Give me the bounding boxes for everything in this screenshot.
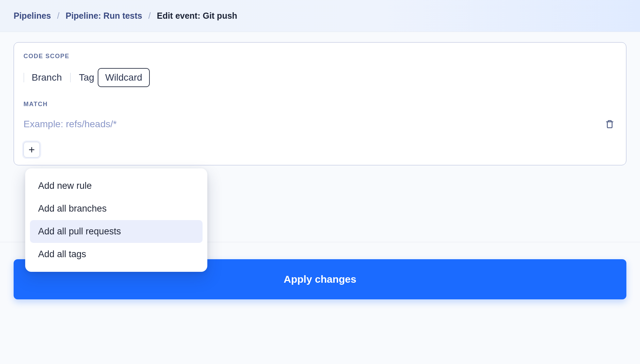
add-rule-button[interactable]: + xyxy=(23,142,40,158)
breadcrumb-pipeline-run-tests[interactable]: Pipeline: Run tests xyxy=(66,11,142,21)
trash-icon xyxy=(605,119,614,129)
code-scope-label: CODE SCOPE xyxy=(23,53,617,60)
main-content: CODE SCOPE Branch Tag Wildcard MATCH xyxy=(0,32,640,169)
tab-branch[interactable]: Branch xyxy=(30,69,64,86)
tab-divider xyxy=(70,73,71,82)
delete-rule-button[interactable] xyxy=(603,117,617,131)
header: Pipelines / Pipeline: Run tests / Edit e… xyxy=(0,0,640,32)
dropdown-item-add-all-pull-requests[interactable]: Add all pull requests xyxy=(30,220,203,243)
dropdown-item-add-new-rule[interactable]: Add new rule xyxy=(30,175,203,197)
breadcrumb-separator: / xyxy=(57,11,60,21)
add-rule-wrapper: + xyxy=(23,142,617,158)
breadcrumb-pipelines[interactable]: Pipelines xyxy=(14,11,51,21)
breadcrumb-separator: / xyxy=(148,11,151,21)
breadcrumbs: Pipelines / Pipeline: Run tests / Edit e… xyxy=(14,11,626,21)
plus-icon: + xyxy=(29,144,35,156)
add-rule-dropdown: Add new rule Add all branches Add all pu… xyxy=(25,168,207,272)
tab-tag[interactable]: Tag xyxy=(77,69,96,86)
match-label: MATCH xyxy=(23,101,617,108)
tab-divider xyxy=(23,73,24,82)
code-scope-panel: CODE SCOPE Branch Tag Wildcard MATCH xyxy=(14,42,626,165)
dropdown-item-add-all-tags[interactable]: Add all tags xyxy=(30,243,203,266)
scope-tabs: Branch Tag Wildcard xyxy=(23,68,617,87)
breadcrumb-current: Edit event: Git push xyxy=(157,11,237,21)
tab-wildcard[interactable]: Wildcard xyxy=(98,68,150,87)
match-pattern-input[interactable] xyxy=(23,116,597,132)
dropdown-item-add-all-branches[interactable]: Add all branches xyxy=(30,197,203,220)
match-rule-row xyxy=(23,116,617,132)
